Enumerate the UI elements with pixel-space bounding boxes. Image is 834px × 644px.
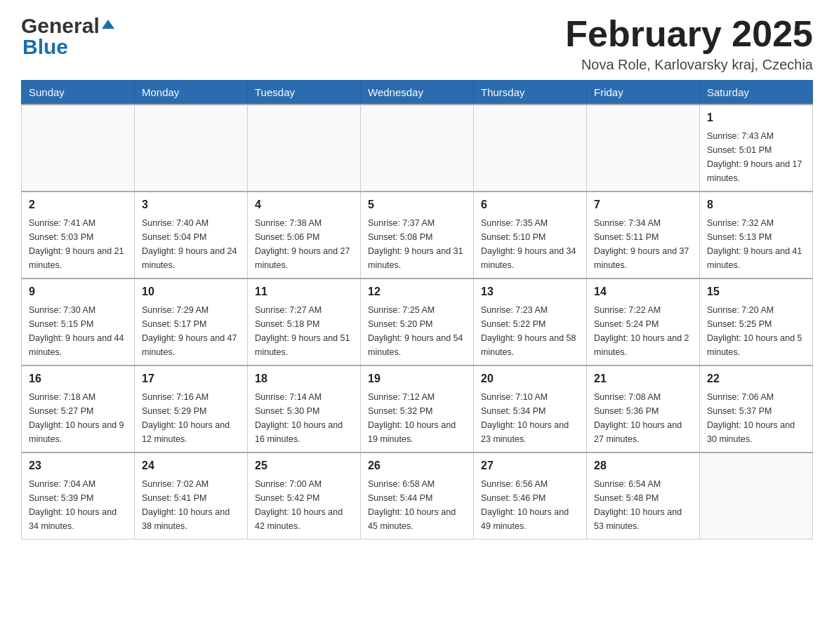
day-cell — [248, 105, 361, 192]
logo: General Blue — [21, 14, 114, 59]
col-header-thursday: Thursday — [474, 81, 587, 105]
day-sun-info: Sunrise: 7:41 AMSunset: 5:03 PMDaylight:… — [29, 216, 127, 272]
day-number: 3 — [142, 196, 240, 213]
day-number: 24 — [142, 457, 240, 474]
day-number: 4 — [255, 196, 353, 213]
day-number: 13 — [481, 283, 579, 300]
day-number: 2 — [29, 196, 127, 213]
day-cell: 23Sunrise: 7:04 AMSunset: 5:39 PMDayligh… — [22, 452, 135, 539]
day-sun-info: Sunrise: 7:08 AMSunset: 5:36 PMDaylight:… — [594, 390, 692, 446]
day-sun-info: Sunrise: 7:32 AMSunset: 5:13 PMDaylight:… — [707, 216, 805, 272]
day-number: 21 — [594, 370, 692, 387]
day-number: 17 — [142, 370, 240, 387]
day-number: 8 — [707, 196, 805, 213]
day-cell: 12Sunrise: 7:25 AMSunset: 5:20 PMDayligh… — [361, 279, 474, 365]
day-sun-info: Sunrise: 7:30 AMSunset: 5:15 PMDaylight:… — [29, 303, 127, 359]
day-sun-info: Sunrise: 6:54 AMSunset: 5:48 PMDaylight:… — [594, 477, 692, 533]
day-cell: 28Sunrise: 6:54 AMSunset: 5:48 PMDayligh… — [587, 452, 700, 539]
day-number: 22 — [707, 370, 805, 387]
col-header-saturday: Saturday — [700, 81, 813, 105]
col-header-monday: Monday — [135, 81, 248, 105]
title-area: February 2025 Nova Role, Karlovarsky kra… — [565, 14, 813, 73]
day-cell: 17Sunrise: 7:16 AMSunset: 5:29 PMDayligh… — [135, 365, 248, 452]
logo-general-text: General — [21, 14, 100, 38]
day-cell: 9Sunrise: 7:30 AMSunset: 5:15 PMDaylight… — [22, 279, 135, 365]
day-cell — [361, 105, 474, 192]
day-sun-info: Sunrise: 7:14 AMSunset: 5:30 PMDaylight:… — [255, 390, 353, 446]
day-cell: 20Sunrise: 7:10 AMSunset: 5:34 PMDayligh… — [474, 365, 587, 452]
day-cell — [135, 105, 248, 192]
day-sun-info: Sunrise: 7:20 AMSunset: 5:25 PMDaylight:… — [707, 303, 805, 359]
day-cell — [22, 105, 135, 192]
day-cell: 27Sunrise: 6:56 AMSunset: 5:46 PMDayligh… — [474, 452, 587, 539]
calendar-table: SundayMondayTuesdayWednesdayThursdayFrid… — [21, 80, 813, 539]
day-cell: 15Sunrise: 7:20 AMSunset: 5:25 PMDayligh… — [700, 279, 813, 365]
week-row-3: 9Sunrise: 7:30 AMSunset: 5:15 PMDaylight… — [22, 279, 813, 365]
day-sun-info: Sunrise: 6:58 AMSunset: 5:44 PMDaylight:… — [368, 477, 466, 533]
col-header-sunday: Sunday — [22, 81, 135, 105]
day-cell: 2Sunrise: 7:41 AMSunset: 5:03 PMDaylight… — [22, 192, 135, 279]
day-number: 20 — [481, 370, 579, 387]
col-header-friday: Friday — [587, 81, 700, 105]
week-row-5: 23Sunrise: 7:04 AMSunset: 5:39 PMDayligh… — [22, 452, 813, 539]
day-cell: 26Sunrise: 6:58 AMSunset: 5:44 PMDayligh… — [361, 452, 474, 539]
day-cell: 1Sunrise: 7:43 AMSunset: 5:01 PMDaylight… — [700, 105, 813, 192]
day-sun-info: Sunrise: 7:29 AMSunset: 5:17 PMDaylight:… — [142, 303, 240, 359]
col-header-tuesday: Tuesday — [248, 81, 361, 105]
day-sun-info: Sunrise: 7:06 AMSunset: 5:37 PMDaylight:… — [707, 390, 805, 446]
logo-arrow-icon — [102, 20, 114, 29]
day-sun-info: Sunrise: 7:27 AMSunset: 5:18 PMDaylight:… — [255, 303, 353, 359]
day-number: 6 — [481, 196, 579, 213]
day-cell: 16Sunrise: 7:18 AMSunset: 5:27 PMDayligh… — [22, 365, 135, 452]
day-cell — [700, 452, 813, 539]
day-number: 11 — [255, 283, 353, 300]
day-sun-info: Sunrise: 7:35 AMSunset: 5:10 PMDaylight:… — [481, 216, 579, 272]
day-number: 12 — [368, 283, 466, 300]
day-number: 14 — [594, 283, 692, 300]
day-cell: 7Sunrise: 7:34 AMSunset: 5:11 PMDaylight… — [587, 192, 700, 279]
day-sun-info: Sunrise: 7:22 AMSunset: 5:24 PMDaylight:… — [594, 303, 692, 359]
day-cell: 19Sunrise: 7:12 AMSunset: 5:32 PMDayligh… — [361, 365, 474, 452]
day-cell: 6Sunrise: 7:35 AMSunset: 5:10 PMDaylight… — [474, 192, 587, 279]
day-number: 7 — [594, 196, 692, 213]
day-cell: 8Sunrise: 7:32 AMSunset: 5:13 PMDaylight… — [700, 192, 813, 279]
day-sun-info: Sunrise: 7:04 AMSunset: 5:39 PMDaylight:… — [29, 477, 127, 533]
week-row-1: 1Sunrise: 7:43 AMSunset: 5:01 PMDaylight… — [22, 105, 813, 192]
day-sun-info: Sunrise: 7:25 AMSunset: 5:20 PMDaylight:… — [368, 303, 466, 359]
day-cell: 22Sunrise: 7:06 AMSunset: 5:37 PMDayligh… — [700, 365, 813, 452]
day-sun-info: Sunrise: 7:23 AMSunset: 5:22 PMDaylight:… — [481, 303, 579, 359]
day-sun-info: Sunrise: 7:00 AMSunset: 5:42 PMDaylight:… — [255, 477, 353, 533]
day-number: 19 — [368, 370, 466, 387]
day-cell: 11Sunrise: 7:27 AMSunset: 5:18 PMDayligh… — [248, 279, 361, 365]
week-row-2: 2Sunrise: 7:41 AMSunset: 5:03 PMDaylight… — [22, 192, 813, 279]
day-number: 27 — [481, 457, 579, 474]
day-sun-info: Sunrise: 7:43 AMSunset: 5:01 PMDaylight:… — [707, 129, 805, 185]
day-number: 18 — [255, 370, 353, 387]
day-cell: 10Sunrise: 7:29 AMSunset: 5:17 PMDayligh… — [135, 279, 248, 365]
day-sun-info: Sunrise: 7:40 AMSunset: 5:04 PMDaylight:… — [142, 216, 240, 272]
day-sun-info: Sunrise: 6:56 AMSunset: 5:46 PMDaylight:… — [481, 477, 579, 533]
day-cell: 24Sunrise: 7:02 AMSunset: 5:41 PMDayligh… — [135, 452, 248, 539]
week-row-4: 16Sunrise: 7:18 AMSunset: 5:27 PMDayligh… — [22, 365, 813, 452]
location-text: Nova Role, Karlovarsky kraj, Czechia — [565, 57, 813, 73]
day-sun-info: Sunrise: 7:10 AMSunset: 5:34 PMDaylight:… — [481, 390, 579, 446]
day-number: 26 — [368, 457, 466, 474]
day-cell: 13Sunrise: 7:23 AMSunset: 5:22 PMDayligh… — [474, 279, 587, 365]
day-cell: 25Sunrise: 7:00 AMSunset: 5:42 PMDayligh… — [248, 452, 361, 539]
day-number: 9 — [29, 283, 127, 300]
day-number: 5 — [368, 196, 466, 213]
day-cell: 14Sunrise: 7:22 AMSunset: 5:24 PMDayligh… — [587, 279, 700, 365]
day-sun-info: Sunrise: 7:34 AMSunset: 5:11 PMDaylight:… — [594, 216, 692, 272]
col-header-wednesday: Wednesday — [361, 81, 474, 105]
day-cell: 4Sunrise: 7:38 AMSunset: 5:06 PMDaylight… — [248, 192, 361, 279]
day-cell: 21Sunrise: 7:08 AMSunset: 5:36 PMDayligh… — [587, 365, 700, 452]
day-sun-info: Sunrise: 7:16 AMSunset: 5:29 PMDaylight:… — [142, 390, 240, 446]
day-sun-info: Sunrise: 7:38 AMSunset: 5:06 PMDaylight:… — [255, 216, 353, 272]
day-number: 1 — [707, 109, 805, 126]
day-number: 16 — [29, 370, 127, 387]
day-number: 10 — [142, 283, 240, 300]
day-sun-info: Sunrise: 7:18 AMSunset: 5:27 PMDaylight:… — [29, 390, 127, 446]
day-number: 23 — [29, 457, 127, 474]
logo-blue-text: Blue — [22, 35, 68, 59]
month-title: February 2025 — [565, 14, 813, 54]
